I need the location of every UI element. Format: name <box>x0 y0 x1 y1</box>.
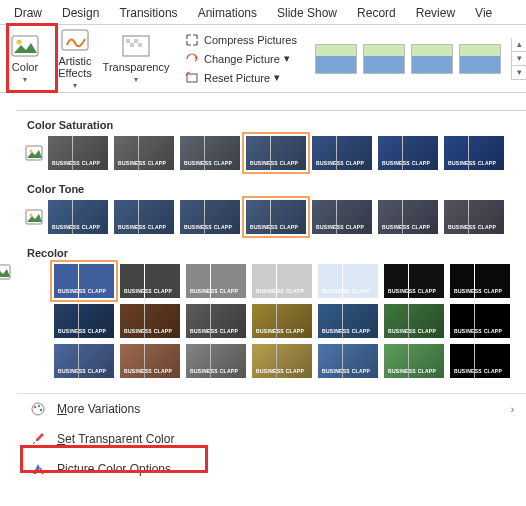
tone-header: Color Tone <box>17 181 526 199</box>
color-thumb[interactable] <box>317 343 379 379</box>
color-thumb[interactable] <box>185 343 247 379</box>
color-thumb[interactable] <box>311 199 373 235</box>
picture-toolbar: Color ▾ ArtisticEffects ▾ Transparency ▾… <box>0 25 526 93</box>
style-thumb[interactable] <box>411 44 453 74</box>
color-thumb[interactable] <box>179 199 241 235</box>
reset-picture-button[interactable]: Reset Picture ▾ <box>182 69 299 87</box>
tab-slideshow[interactable]: Slide Show <box>267 2 347 24</box>
tab-animations[interactable]: Animations <box>188 2 267 24</box>
color-thumb[interactable] <box>47 135 109 171</box>
color-thumb[interactable] <box>443 199 505 235</box>
chevron-down-icon: ▾ <box>274 71 280 84</box>
more-variations-label: More Variations <box>57 402 140 416</box>
color-thumb[interactable] <box>185 303 247 339</box>
chevron-right-icon: › <box>511 404 514 415</box>
color-thumb[interactable] <box>53 263 115 299</box>
tone-row <box>17 199 526 245</box>
chevron-down-icon: ▾ <box>284 52 290 65</box>
tab-review[interactable]: Review <box>406 2 465 24</box>
color-thumb[interactable] <box>53 343 115 379</box>
color-thumb[interactable] <box>113 199 175 235</box>
color-thumb[interactable] <box>119 343 181 379</box>
transparency-label: Transparency <box>103 61 170 73</box>
compress-label: Compress Pictures <box>204 34 297 46</box>
color-thumb[interactable] <box>245 135 307 171</box>
tab-transitions[interactable]: Transitions <box>109 2 187 24</box>
tab-draw[interactable]: Draw <box>4 2 52 24</box>
compress-pictures-button[interactable]: Compress Pictures <box>182 31 299 49</box>
svg-rect-7 <box>138 43 142 47</box>
color-thumb[interactable] <box>245 199 307 235</box>
picture-icon <box>0 263 11 281</box>
color-thumb[interactable] <box>311 135 373 171</box>
color-thumb[interactable] <box>449 343 511 379</box>
style-thumb[interactable] <box>315 44 357 74</box>
tab-design[interactable]: Design <box>52 2 109 24</box>
color-thumb[interactable] <box>317 263 379 299</box>
svg-point-15 <box>32 403 44 415</box>
tab-record[interactable]: Record <box>347 2 406 24</box>
style-thumb[interactable] <box>363 44 405 74</box>
color-label: Color <box>12 61 38 73</box>
color-thumb[interactable] <box>119 263 181 299</box>
reset-icon <box>184 70 200 86</box>
picture-icon <box>25 208 43 226</box>
compress-icon <box>184 32 200 48</box>
color-menu-list: More Variations › Set Transparent Color … <box>17 393 526 484</box>
color-thumb[interactable] <box>185 263 247 299</box>
picture-styles-gallery[interactable]: ▴▾▾ <box>309 25 526 92</box>
color-thumb[interactable] <box>251 343 313 379</box>
svg-rect-6 <box>130 43 134 47</box>
color-thumb[interactable] <box>449 263 511 299</box>
set-transparent-label: Set Transparent Color <box>57 432 174 446</box>
color-thumb[interactable] <box>179 135 241 171</box>
ribbon-tabs: Draw Design Transitions Animations Slide… <box>0 0 526 25</box>
color-thumb[interactable] <box>251 263 313 299</box>
format-icon <box>29 460 47 478</box>
artistic-icon <box>60 27 90 53</box>
change-icon <box>184 51 200 67</box>
color-thumb[interactable] <box>383 263 445 299</box>
color-thumb[interactable] <box>383 343 445 379</box>
tab-view[interactable]: Vie <box>465 2 502 24</box>
color-thumb[interactable] <box>377 199 439 235</box>
chevron-down-icon: ▾ <box>134 75 138 84</box>
svg-point-1 <box>17 39 22 44</box>
svg-point-17 <box>38 405 40 407</box>
svg-point-16 <box>34 406 36 408</box>
transparency-icon <box>121 33 151 59</box>
transparency-button[interactable]: Transparency ▾ <box>100 25 172 92</box>
style-thumb[interactable] <box>459 44 501 74</box>
color-thumb[interactable] <box>47 199 109 235</box>
change-label: Change Picture <box>204 53 280 65</box>
color-thumb[interactable] <box>449 303 511 339</box>
color-thumb[interactable] <box>377 135 439 171</box>
svg-rect-4 <box>126 39 130 43</box>
color-dropdown: Color Saturation Color Tone Recolor More… <box>17 110 526 506</box>
svg-rect-8 <box>187 74 197 82</box>
saturation-row <box>17 135 526 181</box>
color-thumb[interactable] <box>119 303 181 339</box>
set-transparent-color-item[interactable]: Set Transparent Color <box>17 424 526 454</box>
more-variations-item[interactable]: More Variations › <box>17 394 526 424</box>
picture-color-options-item[interactable]: Picture Color Options... <box>17 454 526 484</box>
chevron-down-icon: ▾ <box>73 81 77 90</box>
color-thumb[interactable] <box>443 135 505 171</box>
color-thumb[interactable] <box>317 303 379 339</box>
color-button[interactable]: Color ▾ <box>0 25 50 92</box>
artistic-effects-button[interactable]: ArtisticEffects ▾ <box>50 25 100 92</box>
reset-label: Reset Picture <box>204 72 270 84</box>
svg-point-18 <box>40 409 42 411</box>
color-thumb[interactable] <box>251 303 313 339</box>
color-thumb[interactable] <box>113 135 175 171</box>
color-thumb[interactable] <box>383 303 445 339</box>
color-thumb[interactable] <box>53 303 115 339</box>
recolor-grid <box>45 263 526 389</box>
saturation-header: Color Saturation <box>17 117 526 135</box>
chevron-down-icon: ▾ <box>23 75 27 84</box>
gallery-scroll[interactable]: ▴▾▾ <box>511 38 526 80</box>
picture-icon <box>10 33 40 59</box>
eyedropper-icon <box>29 430 47 448</box>
picture-color-options-label: Picture Color Options... <box>57 462 181 476</box>
change-picture-button[interactable]: Change Picture ▾ <box>182 50 299 68</box>
